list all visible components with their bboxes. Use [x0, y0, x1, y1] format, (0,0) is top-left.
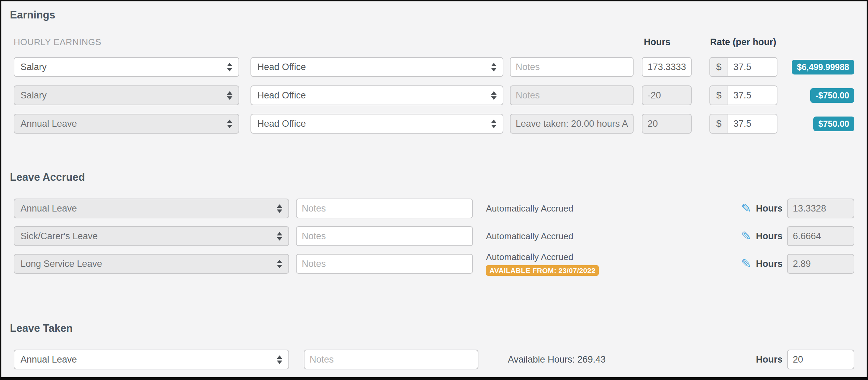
- notes-input[interactable]: [510, 114, 634, 134]
- select-caret-icon: [223, 120, 232, 128]
- notes-input[interactable]: [304, 350, 478, 369]
- notes-input[interactable]: [510, 57, 634, 77]
- leave-hours-input[interactable]: [787, 350, 854, 369]
- accrued-hours-input[interactable]: [787, 226, 854, 246]
- hours-input[interactable]: [642, 85, 692, 105]
- location-select[interactable]: Head Office: [250, 114, 503, 134]
- pay-category-select[interactable]: Salary: [14, 57, 239, 77]
- rate-column-header: Rate (per hour): [710, 37, 776, 48]
- rate-input[interactable]: [728, 114, 777, 133]
- hours-group: ✎ Hours: [741, 226, 854, 246]
- leave-taken-section-title: Leave Taken: [10, 322, 867, 335]
- select-caret-icon: [487, 63, 497, 71]
- notes-input[interactable]: [296, 254, 473, 274]
- row-total-badge: $750.00: [813, 117, 854, 131]
- leave-accrued-row: Sick/Carer's Leave Automatically Accrued…: [14, 226, 854, 246]
- payrun-earnings-panel: Earnings HOURLY EARNINGS Hours Rate (per…: [0, 0, 868, 380]
- leave-accrued-section-title: Leave Accrued: [10, 171, 867, 184]
- earnings-row: Salary Head Office $ -$750.00: [14, 85, 854, 105]
- accrual-status: Automatically Accrued: [486, 203, 573, 214]
- hours-group: ✎ Hours: [741, 199, 854, 218]
- accrual-status: Automatically Accrued AVAILABLE FROM: 23…: [486, 252, 599, 276]
- accrued-hours-input[interactable]: [787, 254, 854, 274]
- hourly-earnings-label: HOURLY EARNINGS: [14, 37, 101, 47]
- hours-column-header: Hours: [644, 37, 670, 48]
- rate-input-group: $: [709, 85, 777, 105]
- select-caret-icon: [273, 232, 282, 241]
- available-hours-text: Available Hours: 269.43: [508, 354, 606, 365]
- select-caret-icon: [273, 204, 282, 213]
- hours-input[interactable]: [642, 57, 692, 77]
- select-caret-icon: [223, 63, 232, 71]
- select-caret-icon: [223, 91, 232, 100]
- hours-label: Hours: [756, 354, 783, 365]
- hours-label: Hours: [756, 203, 783, 214]
- accrual-status: Automatically Accrued: [486, 231, 573, 242]
- earnings-row: Annual Leave Head Office $ $750.00: [14, 114, 854, 134]
- hours-group: Hours: [756, 350, 854, 369]
- leave-category-select[interactable]: Annual Leave: [14, 350, 289, 369]
- select-caret-icon: [273, 355, 282, 364]
- pay-category-select[interactable]: Salary: [14, 85, 239, 105]
- rate-input-group: $: [709, 114, 777, 134]
- leave-category-select[interactable]: Annual Leave: [14, 199, 289, 218]
- hours-input[interactable]: [642, 114, 692, 134]
- currency-prefix: $: [710, 86, 728, 105]
- leave-accrued-row: Annual Leave Automatically Accrued ✎ Hou…: [14, 199, 854, 218]
- earnings-subheader: HOURLY EARNINGS Hours Rate (per hour): [14, 37, 854, 48]
- hours-label: Hours: [756, 231, 783, 242]
- leave-taken-row: Annual Leave Available Hours: 269.43 Hou…: [14, 350, 854, 369]
- notes-input[interactable]: [510, 85, 634, 105]
- currency-prefix: $: [710, 58, 728, 76]
- edit-pencil-icon[interactable]: ✎: [741, 258, 751, 270]
- edit-pencil-icon[interactable]: ✎: [741, 230, 751, 242]
- location-select[interactable]: Head Office: [250, 85, 503, 105]
- leave-accrued-row: Long Service Leave Automatically Accrued…: [14, 254, 854, 274]
- rate-input[interactable]: [728, 86, 777, 105]
- currency-prefix: $: [710, 114, 728, 133]
- hours-label: Hours: [756, 259, 783, 269]
- select-caret-icon: [273, 260, 282, 268]
- select-caret-icon: [487, 91, 497, 100]
- row-total-badge: -$750.00: [810, 88, 854, 103]
- accrued-hours-input[interactable]: [787, 199, 854, 218]
- leave-category-select[interactable]: Long Service Leave: [14, 254, 289, 274]
- available-from-badge: AVAILABLE FROM: 23/07/2022: [486, 265, 599, 276]
- rate-input[interactable]: [728, 58, 777, 76]
- row-total-badge: $6,499.99988: [792, 60, 854, 74]
- notes-input[interactable]: [296, 199, 473, 218]
- notes-input[interactable]: [296, 226, 473, 246]
- hours-group: ✎ Hours: [741, 254, 854, 274]
- earnings-row: Salary Head Office $ $6,499.99988: [14, 57, 854, 77]
- pay-category-select[interactable]: Annual Leave: [14, 114, 239, 134]
- rate-input-group: $: [709, 57, 777, 77]
- location-select[interactable]: Head Office: [250, 57, 503, 77]
- select-caret-icon: [487, 120, 497, 128]
- edit-pencil-icon[interactable]: ✎: [741, 202, 751, 215]
- leave-category-select[interactable]: Sick/Carer's Leave: [14, 226, 289, 246]
- earnings-section-title: Earnings: [10, 9, 867, 21]
